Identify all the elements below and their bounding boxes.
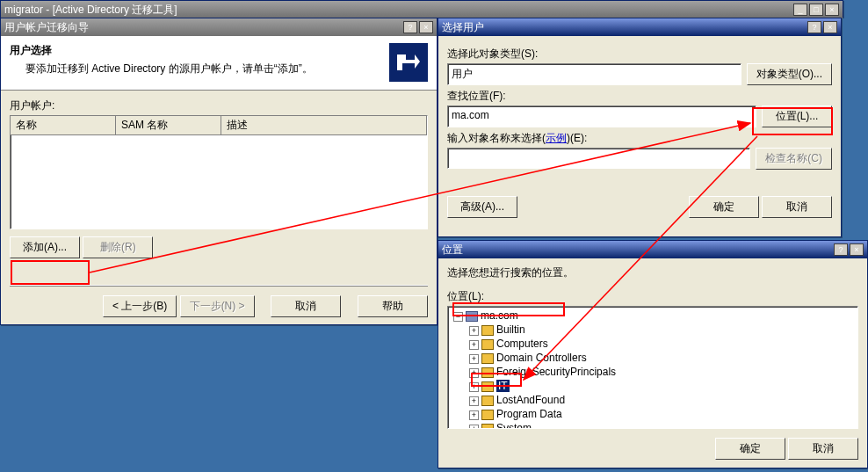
- expand-icon[interactable]: +: [469, 425, 479, 429]
- locations-titlebar: 位置 ? ×: [438, 241, 867, 258]
- expand-icon[interactable]: +: [469, 368, 479, 378]
- loc-field: ma.com: [447, 105, 756, 127]
- wizard-help-btn[interactable]: ?: [403, 21, 417, 33]
- locations-prompt: 选择您想进行搜索的位置。: [447, 265, 858, 280]
- example-link[interactable]: 示例: [546, 132, 567, 144]
- tree-node[interactable]: +System: [469, 421, 856, 429]
- locations-ok-button[interactable]: 确定: [715, 438, 785, 460]
- folder-icon: [481, 339, 494, 350]
- col-sam[interactable]: SAM 名称: [116, 116, 221, 135]
- expand-icon[interactable]: −: [453, 312, 463, 322]
- app-max-btn[interactable]: □: [809, 4, 823, 16]
- wizard-banner-icon: [389, 43, 428, 82]
- locations-help-btn[interactable]: ?: [834, 243, 848, 256]
- tree-node[interactable]: +Program Data: [469, 407, 856, 421]
- app-min-btn[interactable]: _: [793, 4, 807, 16]
- expand-icon[interactable]: +: [469, 382, 479, 392]
- tree-node[interactable]: +ForeignSecurityPrincipals: [469, 365, 856, 379]
- add-button[interactable]: 添加(A)...: [10, 236, 80, 258]
- loc-label: 查找位置(F):: [447, 89, 832, 104]
- wizard-instruction: 要添加迁移到 Active Directory 的源用户帐户，请单击“添加”。: [25, 62, 313, 75]
- folder-icon: [481, 353, 494, 364]
- wizard-close-btn[interactable]: ×: [419, 21, 433, 33]
- obj-type-label: 选择此对象类型(S):: [447, 47, 832, 62]
- wizard-title: 用户帐户迁移向导: [4, 20, 89, 35]
- folder-icon: [481, 424, 494, 429]
- expand-icon[interactable]: +: [469, 354, 479, 364]
- app-titlebar: migrator - [Active Directory 迁移工具] _ □ ×: [1, 1, 843, 18]
- domain-icon: [466, 311, 478, 322]
- expand-icon[interactable]: +: [469, 396, 479, 406]
- folder-icon: [481, 325, 494, 336]
- tree-node[interactable]: +IT: [469, 379, 856, 393]
- expand-icon[interactable]: +: [469, 340, 479, 350]
- locations-list-label: 位置(L):: [447, 289, 858, 304]
- locations-title: 位置: [442, 243, 463, 258]
- locations-dialog: 位置 ? × 选择您想进行搜索的位置。 位置(L): −ma.com +Buil…: [438, 240, 868, 468]
- folder-icon: [481, 410, 494, 420]
- tree-node[interactable]: +LostAndFound: [469, 393, 856, 407]
- next-button: 下一步(N) >: [180, 295, 255, 317]
- tree-node[interactable]: +Computers: [469, 337, 856, 351]
- folder-icon: [481, 367, 494, 378]
- accounts-label: 用户帐户:: [10, 98, 428, 113]
- select-user-dialog: 选择用户 ? × 选择此对象类型(S): 用户 对象类型(O)... 查找位置(…: [438, 18, 842, 237]
- folder-icon: [481, 381, 494, 392]
- select-cancel-button[interactable]: 取消: [762, 196, 832, 218]
- select-user-title: 选择用户: [442, 20, 484, 35]
- wizard-titlebar: 用户帐户迁移向导 ? ×: [1, 18, 437, 36]
- locations-cancel-button[interactable]: 取消: [788, 438, 858, 460]
- locations-tree[interactable]: −ma.com +Builtin+Computers+Domain Contro…: [447, 306, 858, 429]
- expand-icon[interactable]: +: [469, 410, 479, 420]
- wizard-dialog: 用户帐户迁移向导 ? × 用户选择 要添加迁移到 Active Director…: [0, 18, 438, 325]
- names-label: 输入对象名称来选择(示例)(E):: [447, 131, 832, 146]
- select-ok-button[interactable]: 确定: [689, 196, 759, 218]
- folder-icon: [481, 396, 494, 406]
- tree-node[interactable]: +Builtin: [469, 323, 856, 337]
- wizard-cancel-button[interactable]: 取消: [271, 295, 341, 317]
- advanced-button[interactable]: 高级(A)...: [447, 196, 517, 218]
- select-user-titlebar: 选择用户 ? ×: [438, 18, 841, 36]
- locations-close-btn[interactable]: ×: [850, 243, 864, 256]
- col-name[interactable]: 名称: [11, 116, 116, 135]
- obj-type-button[interactable]: 对象类型(O)...: [747, 63, 832, 85]
- select-user-help-btn[interactable]: ?: [807, 21, 821, 33]
- back-button[interactable]: < 上一步(B): [103, 295, 177, 317]
- names-input[interactable]: [447, 148, 750, 169]
- app-title: migrator - [Active Directory 迁移工具]: [4, 3, 177, 18]
- remove-button: 删除(R): [83, 236, 153, 258]
- col-desc[interactable]: 描述: [221, 116, 427, 135]
- expand-icon[interactable]: +: [469, 326, 479, 336]
- loc-button[interactable]: 位置(L)...: [762, 105, 832, 127]
- tree-root[interactable]: −ma.com +Builtin+Computers+Domain Contro…: [453, 309, 856, 429]
- accounts-list[interactable]: 名称 SAM 名称 描述: [10, 115, 428, 229]
- tree-node[interactable]: +Domain Controllers: [469, 351, 856, 365]
- select-user-close-btn[interactable]: ×: [823, 21, 837, 33]
- obj-type-field: 用户: [447, 63, 741, 85]
- help-button[interactable]: 帮助: [358, 295, 428, 317]
- wizard-heading: 用户选择: [10, 43, 313, 58]
- app-close-btn[interactable]: ×: [825, 4, 839, 16]
- check-names-button: 检查名称(C): [756, 148, 832, 170]
